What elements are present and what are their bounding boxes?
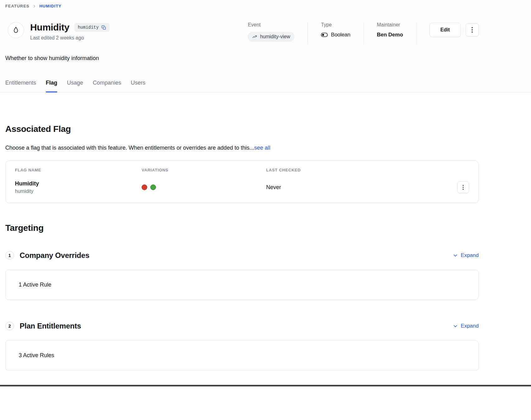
associated-flag-table: FLAG NAME VARIATIONS LAST CHECKED Humidi… [5, 161, 479, 203]
breadcrumb-features[interactable]: FEATURES [5, 4, 29, 8]
associated-flag-description: Choose a flag that is associated with th… [5, 145, 479, 151]
table-row-flag-name-cell[interactable]: Humidity humidity [15, 180, 142, 194]
title-block: Humidity humidity [30, 22, 110, 41]
feature-title-row: Humidity humidity [5, 22, 479, 44]
edit-button[interactable]: Edit [430, 23, 461, 37]
trending-up-icon [252, 34, 257, 39]
tab-users[interactable]: Users [131, 80, 145, 92]
plan-entitlements-summary: 3 Active Rules [19, 352, 54, 358]
droplet-icon [8, 22, 24, 38]
company-overrides-section: 1 Company Overrides Expand 1 Active Rule [5, 251, 479, 300]
last-edited-text: Last edited 2 weeks ago [30, 35, 110, 41]
event-value: humidity-view [260, 34, 290, 40]
chevron-right-icon [32, 4, 36, 8]
feature-identity: Humidity humidity [5, 22, 110, 41]
plan-entitlements-heading: 2 Plan Entitlements [5, 322, 81, 330]
variations-cell [142, 184, 266, 190]
tab-companies[interactable]: Companies [93, 80, 121, 92]
plan-entitlements-header: 2 Plan Entitlements Expand [5, 322, 479, 330]
expand-label: Expand [461, 323, 479, 329]
feature-meta: Event humidity-view Typ [248, 22, 479, 44]
tab-bar: Entitlements Flag Usage Companies Users [0, 80, 531, 92]
see-all-link[interactable]: see all [254, 145, 270, 151]
maintainer-value: Ben Demo [377, 32, 403, 38]
feature-key-badge[interactable]: humidity [74, 23, 110, 32]
meta-type: Type Boolean [321, 22, 364, 44]
page-title: Humidity [30, 22, 69, 33]
header-actions: Edit [430, 23, 479, 37]
type-value-row: Boolean [321, 32, 350, 38]
associated-flag-description-text: Choose a flag that is associated with th… [5, 145, 254, 151]
breadcrumb-humidity[interactable]: HUMIDITY [39, 4, 61, 8]
expand-company-overrides-link[interactable]: Expand [453, 252, 479, 259]
breadcrumb: FEATURES HUMIDITY [5, 4, 479, 8]
feature-header: FEATURES HUMIDITY Humidity [0, 0, 531, 92]
copy-icon[interactable] [101, 25, 106, 30]
type-label: Type [321, 22, 350, 28]
variation-on-dot [150, 184, 156, 190]
page-bottom-edge [0, 385, 531, 386]
company-overrides-header: 1 Company Overrides Expand [5, 251, 479, 260]
event-pill[interactable]: humidity-view [248, 32, 294, 42]
tab-entitlements[interactable]: Entitlements [5, 80, 36, 92]
expand-label: Expand [461, 252, 479, 259]
kebab-icon [463, 185, 464, 190]
tab-flag[interactable]: Flag [46, 80, 57, 92]
company-overrides-heading: 1 Company Overrides [5, 251, 89, 260]
associated-flag-title: Associated Flag [5, 124, 479, 134]
flag-row-kebab-menu-button[interactable] [457, 181, 469, 193]
flag-name: Humidity [15, 180, 142, 187]
toggle-icon [321, 33, 328, 37]
tab-usage[interactable]: Usage [67, 80, 83, 92]
feature-detail-page: FEATURES HUMIDITY Humidity [0, 0, 531, 371]
plan-entitlements-section: 2 Plan Entitlements Expand 3 Active Rule… [5, 322, 479, 371]
column-header-variations: VARIATIONS [142, 168, 266, 172]
column-header-last-checked: LAST CHECKED [266, 168, 455, 172]
flag-tab-content: Associated Flag Choose a flag that is as… [0, 124, 531, 371]
type-value: Boolean [331, 32, 350, 38]
meta-event: Event humidity-view [248, 22, 308, 44]
flag-slug: humidity [15, 189, 142, 194]
company-overrides-summary: 1 Active Rule [19, 282, 51, 288]
column-header-flag-name: FLAG NAME [15, 168, 142, 172]
section-number-badge: 2 [5, 322, 14, 330]
plan-entitlements-summary-card[interactable]: 3 Active Rules [5, 340, 479, 371]
kebab-icon [472, 27, 473, 33]
meta-maintainer: Maintainer Ben Demo [377, 22, 416, 44]
last-checked-value: Never [266, 184, 455, 191]
chevron-down-icon [453, 253, 458, 258]
company-overrides-summary-card[interactable]: 1 Active Rule [5, 270, 479, 300]
chevron-down-icon [453, 324, 458, 329]
maintainer-label: Maintainer [377, 22, 403, 28]
feature-description: Whether to show humidity information [5, 55, 479, 62]
company-overrides-title: Company Overrides [20, 251, 89, 260]
variation-off-dot [142, 184, 147, 190]
section-number-badge: 1 [5, 251, 14, 260]
targeting-title: Targeting [5, 223, 479, 233]
header-kebab-menu-button[interactable] [466, 23, 479, 36]
event-label: Event [248, 22, 294, 28]
plan-entitlements-title: Plan Entitlements [20, 322, 81, 330]
feature-key: humidity [78, 25, 99, 30]
expand-plan-entitlements-link[interactable]: Expand [453, 323, 479, 329]
